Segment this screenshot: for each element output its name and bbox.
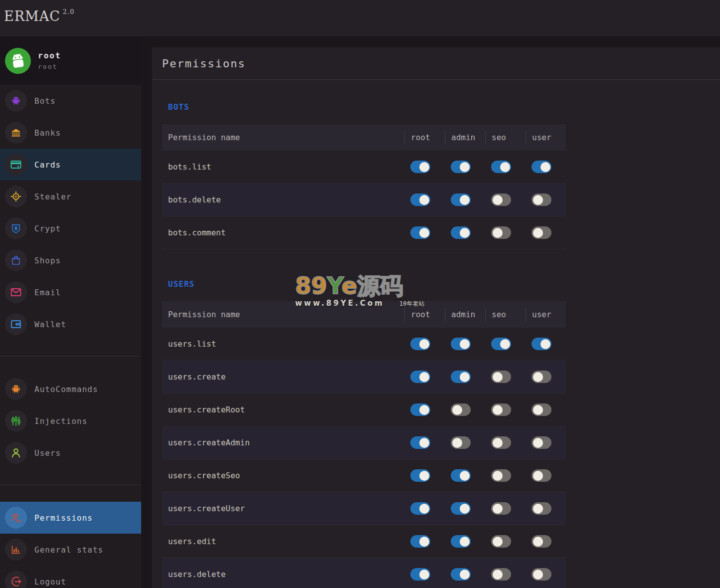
toggle-users-create-seo[interactable] [491, 371, 511, 383]
toggle-knob [493, 438, 503, 448]
toggle-knob [493, 537, 503, 547]
table-row: bots.list [162, 151, 566, 184]
toggle-users-createSeo-admin[interactable] [451, 469, 471, 482]
toggle-cell [526, 403, 566, 416]
toggle-users-delete-user[interactable] [532, 568, 551, 581]
sidebar-item-crypt[interactable]: Crypt [0, 212, 141, 244]
brand-version: 2.0 [63, 8, 75, 15]
toggle-knob [419, 195, 429, 205]
toggle-knob [493, 228, 503, 238]
toggle-bots-comment-seo[interactable] [491, 226, 511, 239]
toggle-users-createUser-seo[interactable] [491, 502, 511, 515]
toggle-users-delete-admin[interactable] [451, 568, 471, 581]
toggle-users-createAdmin-seo[interactable] [491, 436, 511, 449]
sidebar-item-injections[interactable]: Injections [0, 405, 141, 437]
toggle-bots-list-seo[interactable] [491, 161, 511, 173]
toggle-users-createRoot-admin[interactable] [451, 403, 471, 416]
toggle-users-edit-admin[interactable] [451, 535, 471, 548]
toggle-bots-list-user[interactable] [532, 161, 551, 173]
toggle-knob [419, 438, 429, 448]
android-avatar-icon [7, 50, 29, 71]
sidebar-item-wallet[interactable]: Wallet [0, 308, 141, 340]
toggle-users-createSeo-user[interactable] [532, 469, 551, 482]
toggle-bots-delete-user[interactable] [532, 194, 551, 206]
toggle-users-list-seo[interactable] [491, 338, 511, 350]
sidebar-item-general-stats[interactable]: General stats [0, 534, 141, 566]
table-row: bots.comment [162, 216, 566, 249]
toggle-users-createAdmin-admin[interactable] [451, 436, 471, 449]
sidebar-item-label: Bots [34, 96, 56, 106]
toggle-users-create-root[interactable] [410, 371, 430, 383]
toggle-users-createUser-user[interactable] [532, 502, 551, 515]
toggle-bots-delete-admin[interactable] [451, 194, 471, 206]
sidebar-item-shops[interactable]: Shops [0, 244, 141, 276]
sidebar-item-logout[interactable]: Logout [0, 566, 141, 588]
toggle-users-createAdmin-user[interactable] [532, 436, 551, 449]
sidebar-item-autocommands[interactable]: AutoCommands [0, 373, 141, 405]
sidebar-item-email[interactable]: Email [0, 276, 141, 308]
toggle-users-edit-user[interactable] [532, 535, 551, 548]
toggle-users-list-root[interactable] [410, 338, 430, 350]
sidebar-item-cards[interactable]: Cards [0, 149, 141, 181]
table-row: bots.delete [162, 184, 566, 216]
toggle-users-createUser-root[interactable] [410, 502, 430, 515]
toggle-knob [533, 228, 543, 238]
toggle-cell [445, 371, 485, 383]
toggle-users-createSeo-root[interactable] [410, 469, 430, 482]
toggle-users-createAdmin-root[interactable] [410, 436, 430, 449]
toggle-bots-comment-root[interactable] [410, 226, 430, 239]
toggle-users-createRoot-seo[interactable] [491, 403, 511, 416]
sidebar-item-stealer[interactable]: Stealer [0, 181, 141, 212]
toggle-cell [445, 338, 485, 350]
toggle-users-create-admin[interactable] [451, 371, 471, 383]
permissions-table: Permission namerootadminseouserusers.lis… [162, 301, 566, 588]
toggle-bots-list-admin[interactable] [451, 161, 471, 173]
bank-icon [5, 122, 27, 144]
toggle-cell [526, 502, 566, 515]
toggle-knob [500, 339, 510, 349]
permission-sections: BOTSPermission namerootadminseouserbots.… [152, 102, 720, 588]
toggle-knob [533, 570, 543, 580]
sidebar-item-banks[interactable]: Banks [0, 117, 141, 149]
section-title: USERS [168, 279, 710, 289]
sidebar-item-permissions[interactable]: Permissions [0, 502, 141, 534]
logout-icon [5, 571, 27, 588]
toggle-cell [485, 161, 526, 173]
toggle-users-list-admin[interactable] [451, 338, 471, 350]
toggle-cell [485, 194, 526, 206]
toggle-knob [533, 504, 543, 514]
toggle-users-edit-root[interactable] [410, 535, 430, 548]
toggle-cell [485, 568, 526, 581]
toggle-cell [445, 161, 485, 173]
toggle-users-list-user[interactable] [532, 338, 551, 350]
toggle-users-edit-seo[interactable] [491, 535, 511, 548]
sidebar-item-bots[interactable]: Bots [0, 85, 141, 117]
sidebar-item-users[interactable]: Users [0, 437, 141, 469]
toggle-knob [460, 537, 470, 547]
toggle-users-createUser-admin[interactable] [451, 502, 471, 515]
toggle-cell [404, 226, 445, 239]
toggle-knob [460, 228, 470, 238]
table-row: users.createAdmin [162, 426, 566, 459]
toggle-cell [526, 436, 566, 449]
toggle-bots-comment-admin[interactable] [451, 226, 471, 239]
toggle-cell [404, 403, 445, 416]
toggle-cell [445, 194, 485, 206]
toggle-users-createRoot-user[interactable] [532, 403, 551, 416]
toggle-users-createRoot-root[interactable] [410, 403, 430, 416]
toggle-users-delete-root[interactable] [410, 568, 430, 581]
toggle-bots-delete-root[interactable] [410, 194, 430, 206]
toggle-users-create-user[interactable] [532, 371, 551, 383]
toggle-bots-list-root[interactable] [410, 161, 430, 173]
table-header-row: Permission namerootadminseouser [162, 301, 566, 328]
permission-name: users.delete [162, 570, 404, 579]
toggle-knob [460, 195, 470, 205]
permission-section-bots: BOTSPermission namerootadminseouserbots.… [162, 102, 710, 249]
toggle-knob [493, 570, 503, 580]
sidebar-divider [0, 356, 141, 357]
toggle-users-createSeo-seo[interactable] [491, 469, 511, 482]
toggle-users-delete-seo[interactable] [491, 568, 511, 581]
table-row: users.create [162, 361, 566, 393]
toggle-bots-comment-user[interactable] [532, 226, 551, 239]
toggle-bots-delete-seo[interactable] [491, 194, 511, 206]
